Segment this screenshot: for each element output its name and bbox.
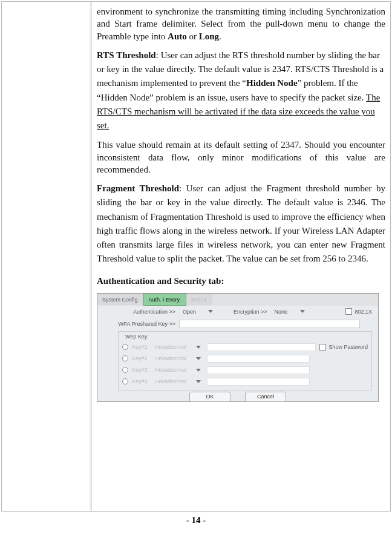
preamble-period: . [219,31,221,41]
wep-radio-2[interactable] [122,355,128,361]
chevron-down-icon [196,369,201,372]
chevron-down-icon [196,346,201,349]
wep-row-4: Key#4 Hexadecimal [122,376,368,387]
wpa-preshared-label: WPA Preshared Key >> [116,320,179,328]
fragment-text: : User can adjust the Fragment threshold… [97,183,385,263]
content-frame: environment to synchronize the transmitt… [1,1,391,512]
wep-label-4: Key#4 [132,378,155,385]
wep-radio-4[interactable] [122,378,128,384]
tab-bar: System Config Auth. \ Encry. 8021X [97,294,378,306]
authentication-dropdown[interactable]: Open [179,307,215,316]
fragment-paragraph: Fragment Threshold: User can adjust the … [97,182,385,266]
chevron-down-icon [300,310,305,313]
wep-format-dropdown-4[interactable]: Hexadecimal [155,378,203,385]
authentication-value: Open [183,308,196,315]
rts-paragraph: RTS Threshold: User can adjust the RTS t… [97,48,385,133]
wep-label-2: Key#2 [132,355,155,362]
wep-key-input-4[interactable] [207,378,310,386]
encryption-value: None [275,308,288,315]
wpa-preshared-input[interactable] [179,320,360,328]
wep-label-1: Key#1 [132,343,155,351]
8021x-label: 802.1X [354,308,372,315]
wep-key-title: Wep Key [123,333,149,340]
preamble-text-1: environment to synchronize the transmitt… [97,7,385,41]
wep-row-1: Key#1 Hexadecimal Show Password [122,341,368,353]
wep-key-input-2[interactable] [207,355,310,363]
auth-row: Authentication >> Open Encryption >> Non… [97,306,378,318]
wep-format-4: Hexadecimal [155,378,186,385]
tab-8021x: 8021X [186,294,212,305]
show-password-checkbox[interactable] [319,344,326,351]
preamble-long: Long [199,31,219,41]
wep-row-3: Key#3 Hexadecimal [122,364,368,376]
tab-system-config[interactable]: System Config [97,294,143,305]
show-password-label: Show Password [328,343,368,351]
encryption-dropdown[interactable]: None [271,307,307,316]
auth-security-heading: Authentication and Security tab: [97,275,385,287]
wep-format-2: Hexadecimal [155,355,186,362]
rts-note: This value should remain at its default … [97,139,385,176]
fragment-label: Fragment Threshold [97,183,179,193]
preamble-or: or [187,31,199,41]
page-number: - 14 - [0,515,392,525]
8021x-checkbox[interactable] [345,308,352,315]
wep-key-input-1[interactable] [207,343,316,351]
auth-security-screenshot: System Config Auth. \ Encry. 8021X Authe… [97,293,379,402]
wep-row-2: Key#2 Hexadecimal [122,353,368,364]
wep-radio-3[interactable] [122,367,128,373]
authentication-label: Authentication >> [116,308,179,315]
right-column: environment to synchronize the transmitt… [91,2,390,511]
wep-key-input-3[interactable] [207,366,310,374]
wep-format-dropdown-3[interactable]: Hexadecimal [155,366,203,374]
chevron-down-icon [196,357,201,360]
cancel-button[interactable]: Cancel [245,392,286,402]
wep-format-dropdown-2[interactable]: Hexadecimal [155,355,203,362]
tab-auth-encry[interactable]: Auth. \ Encry. [143,294,186,306]
chevron-down-icon [196,380,201,383]
wep-format-1: Hexadecimal [155,343,186,351]
left-column [2,2,91,511]
wpa-row: WPA Preshared Key >> [97,318,378,330]
preamble-paragraph: environment to synchronize the transmitt… [97,5,385,42]
wep-radio-1[interactable] [122,344,128,350]
chevron-down-icon [208,310,213,313]
encryption-label: Encryption >> [234,308,271,315]
wep-label-3: Key#3 [132,366,155,374]
rts-label: RTS Threshold [97,50,156,60]
wep-key-group: Wep Key Key#1 Hexadecimal Show Password … [118,331,372,390]
rts-hidden-node: Hidden Node [246,78,298,88]
wep-format-3: Hexadecimal [155,366,186,374]
button-row: OK Cancel [97,392,378,402]
ok-button[interactable]: OK [189,392,230,402]
wep-format-dropdown-1[interactable]: Hexadecimal [155,343,203,351]
preamble-auto: Auto [168,31,187,41]
